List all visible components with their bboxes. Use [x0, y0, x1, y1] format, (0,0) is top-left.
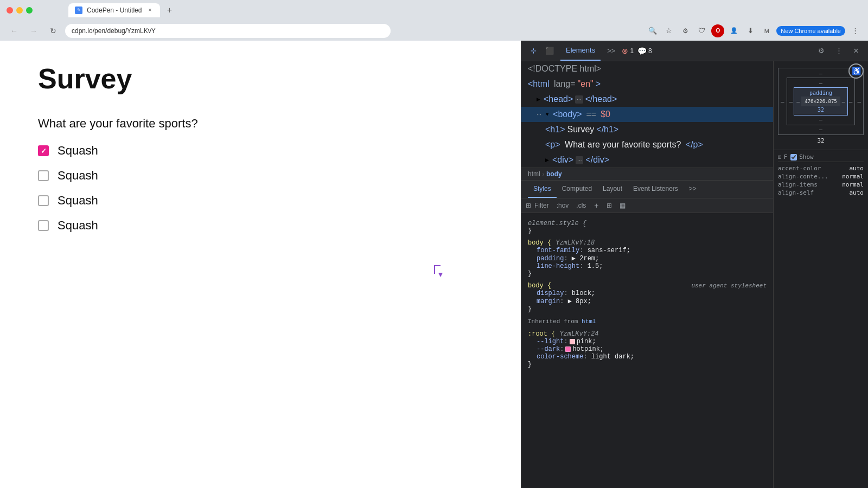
border-box: – – padding – [787, 78, 856, 125]
padding-box-label: padding [796, 90, 845, 96]
checkmark-1: ✓ [41, 147, 47, 155]
margin-right: – [857, 98, 861, 105]
title-bar: ✎ CodePen - Untitled × + [0, 0, 868, 21]
new-style-rule-button[interactable]: ⊞ [604, 201, 614, 210]
account-button[interactable]: M [760, 24, 773, 37]
elements-tree: <!DOCTYPE html> <html lang="en"> ▶ <head… [521, 61, 773, 168]
breadcrumb-html[interactable]: html [528, 170, 540, 178]
show-checkbox[interactable] [790, 154, 797, 160]
checkbox-item-2[interactable]: Squash [38, 169, 483, 183]
more-button[interactable]: ⋮ [848, 24, 861, 37]
border-label: – [789, 80, 853, 86]
checkbox-item-3[interactable]: Squash [38, 194, 483, 208]
checkbox-2[interactable] [38, 170, 49, 181]
page-content: Survey What are your favorite sports? ✓ … [0, 41, 521, 488]
inherited-from-label: Inherited from html [521, 315, 773, 328]
margin-box: – – – – padding [778, 68, 864, 135]
shield-button[interactable]: 🛡 [695, 24, 708, 37]
adblock-button[interactable]: O [711, 24, 724, 37]
prop-value-align-items: normal [842, 181, 864, 188]
toolbar-right: 🔍 ☆ ⚙ 🛡 O 👤 ⬇ M New Chrome available ⋮ [646, 24, 861, 37]
maximize-button[interactable] [26, 7, 33, 14]
inspect-element-button[interactable]: ⊹ [526, 43, 541, 59]
bookmark-button[interactable]: ☆ [662, 24, 675, 37]
checkbox-item-4[interactable]: Squash [38, 219, 483, 233]
checkbox-label-2: Squash [58, 169, 98, 183]
checkbox-item-1[interactable]: ✓ Squash [38, 144, 483, 158]
cls-button[interactable]: .cls [574, 201, 588, 210]
html-tag-line[interactable]: <html lang="en"> [521, 76, 773, 92]
message-count: 8 [648, 47, 652, 55]
toggle-sidebar-button[interactable]: ▦ [617, 201, 627, 210]
filter-bar: ⊞ Filter :hov .cls + ⊞ ▦ [521, 198, 773, 213]
div-line[interactable]: ▶ <div> ··· </div> [521, 152, 773, 168]
tab-elements[interactable]: Elements [561, 44, 599, 56]
breadcrumb-bar: html › body [521, 168, 773, 181]
survey-title: Survey [38, 62, 483, 95]
survey-question: What are your favorite sports? [38, 117, 483, 131]
computed-filter-bar: ⊞ F Show [778, 152, 864, 162]
more-tabs-button[interactable]: >> [604, 44, 618, 57]
computed-prop-align-items: align-items normal [778, 181, 864, 189]
checkbox-label-4: Squash [58, 219, 98, 233]
checkbox-4[interactable] [38, 220, 49, 231]
devtools-close-button[interactable]: × [848, 43, 864, 59]
h1-line[interactable]: <h1>Survey</h1> [521, 122, 773, 137]
back-button[interactable]: ← [7, 23, 22, 38]
computed-prop-align-content: align-conte... normal [778, 172, 864, 181]
tab-title: CodePen - Untitled [87, 7, 142, 14]
close-button[interactable] [7, 7, 13, 14]
doctype-line: <!DOCTYPE html> [521, 61, 773, 76]
profile-button[interactable]: 👤 [727, 24, 741, 37]
p-line[interactable]: <p> What are your favorite sports? </p> [521, 137, 773, 152]
computed-prop-accent-color: accent-color auto [778, 164, 864, 172]
new-chrome-button[interactable]: New Chrome available [776, 26, 845, 36]
more-options-button[interactable]: ⋮ [831, 43, 846, 59]
box-model-panel: – – – – padding [773, 61, 868, 488]
download-button[interactable]: ⬇ [744, 24, 757, 37]
minimize-button[interactable] [16, 7, 23, 14]
add-style-button[interactable]: + [591, 201, 601, 210]
computed-props-panel: ⊞ F Show accent-color auto a [774, 150, 868, 199]
devtools-tabs: ⊹ ⬛ Elements >> ⊗ 1 💬 8 ⚙ [521, 41, 868, 61]
tab-event-listeners[interactable]: Event Listeners [628, 181, 684, 198]
tab-layout[interactable]: Layout [597, 181, 628, 198]
filter-icon: ⊞ [526, 202, 531, 209]
checkbox-1[interactable]: ✓ [38, 145, 49, 156]
prop-value-align-content: normal [842, 173, 864, 180]
padding-box: padding – 476×226.875 – [794, 87, 848, 115]
browser-toolbar: ← → ↻ cdpn.io/pen/debug/YzmLKvY 🔍 ☆ ⚙ 🛡 … [0, 21, 868, 41]
address-bar[interactable]: cdpn.io/pen/debug/YzmLKvY [65, 24, 391, 38]
new-tab-button[interactable]: + [162, 3, 176, 17]
forward-button[interactable]: → [26, 23, 41, 38]
hotpink-swatch[interactable] [565, 346, 571, 352]
zoom-button[interactable]: 🔍 [646, 24, 659, 37]
tab-styles[interactable]: Styles [528, 181, 557, 198]
breadcrumb-separator: › [542, 171, 544, 177]
pink-swatch[interactable] [570, 339, 575, 344]
message-icon: 💬 [637, 47, 647, 55]
styles-tab-bar: Styles Computed Layout Event Listeners >… [521, 181, 773, 198]
checkbox-label-3: Squash [58, 194, 98, 208]
checkbox-3[interactable] [38, 195, 49, 206]
tab-computed[interactable]: Computed [557, 181, 597, 198]
devtools-panel: ⊹ ⬛ Elements >> ⊗ 1 💬 8 ⚙ [521, 41, 868, 488]
hov-button[interactable]: :hov [554, 201, 571, 210]
head-line[interactable]: ▶ <head> ··· </head> [521, 92, 773, 107]
body-line[interactable]: ··· ▼ <body> == $0 [521, 107, 773, 122]
body-style-rule: body { YzmLKvY:18 font-family: sans-seri… [521, 237, 773, 280]
reload-button[interactable]: ↻ [46, 23, 61, 38]
url-text: cdpn.io/pen/debug/YzmLKvY [72, 27, 156, 35]
devtools-inner: <!DOCTYPE html> <html lang="en"> ▶ <head… [521, 61, 868, 488]
browser-tab[interactable]: ✎ CodePen - Untitled × [68, 3, 160, 17]
tab-more[interactable]: >> [684, 181, 702, 198]
device-toolbar-button[interactable]: ⬛ [542, 43, 557, 59]
traffic-lights [7, 7, 33, 14]
settings-button[interactable]: ⚙ [814, 43, 829, 59]
breadcrumb-body[interactable]: body [546, 170, 562, 178]
computed-filter-f[interactable]: F [784, 153, 788, 160]
prop-name-accent: accent-color [778, 165, 821, 172]
tab-close-button[interactable]: × [146, 7, 154, 14]
prop-value-align-self: auto [850, 189, 864, 196]
extensions-button[interactable]: ⚙ [679, 24, 692, 37]
